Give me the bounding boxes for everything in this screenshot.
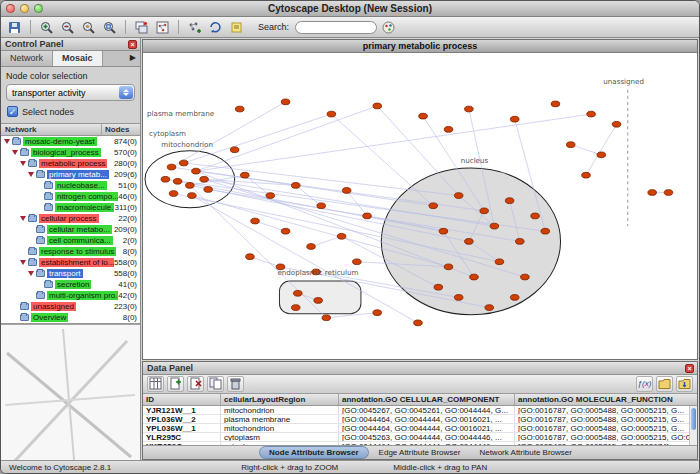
apply-layout-icon[interactable]: [206, 18, 225, 36]
network-node[interactable]: [204, 187, 213, 193]
network-node[interactable]: [342, 188, 351, 194]
network-node[interactable]: [241, 172, 250, 178]
tree-header-network[interactable]: Network: [1, 124, 102, 135]
tree-header-nodes[interactable]: Nodes: [102, 124, 140, 135]
tree-row[interactable]: secretion41(0): [1, 279, 140, 290]
zoom-fit-icon[interactable]: [100, 18, 119, 36]
network-node[interactable]: [521, 274, 530, 280]
network-node[interactable]: [363, 213, 372, 219]
import-table-icon[interactable]: [656, 376, 673, 392]
network-node[interactable]: [167, 164, 176, 170]
zoom-out-icon[interactable]: [58, 18, 77, 36]
table-row[interactable]: YPL036W__1mitochondrion[GO:0044464, GO:0…: [143, 424, 697, 433]
network-node[interactable]: [510, 295, 519, 301]
select-columns-icon[interactable]: [147, 376, 164, 392]
network-node[interactable]: [322, 315, 331, 321]
table-row[interactable]: YJR121W__1mitochondrion[GO:0045267, GO:0…: [143, 406, 697, 415]
network-node[interactable]: [192, 168, 201, 174]
tree-row[interactable]: mosaic-demo-yeast874(0): [1, 136, 140, 147]
network-node[interactable]: [664, 190, 673, 196]
network-node[interactable]: [582, 172, 591, 178]
copy-attributes-icon[interactable]: [207, 376, 224, 392]
network-node[interactable]: [246, 254, 255, 260]
network-node[interactable]: [373, 310, 382, 316]
network-node[interactable]: [373, 103, 382, 109]
network-node[interactable]: [179, 160, 188, 166]
tab-mosaic[interactable]: Mosaic: [53, 51, 103, 66]
table-row[interactable]: YLR295Ccytoplasm[GO:0045263, GO:0044444,…: [143, 433, 697, 442]
expander-icon[interactable]: [12, 150, 18, 155]
tree-row[interactable]: macromolecule...311(0): [1, 202, 140, 213]
expander-icon[interactable]: [20, 161, 26, 166]
zoom-selected-icon[interactable]: [79, 18, 98, 36]
network-node[interactable]: [510, 116, 519, 122]
expander-icon[interactable]: [4, 139, 10, 144]
tree-row[interactable]: cellular process22(0): [1, 213, 140, 224]
network-node[interactable]: [317, 203, 326, 209]
network-node[interactable]: [434, 284, 443, 290]
panel-float-icon[interactable]: ×: [128, 40, 137, 49]
network-node[interactable]: [230, 147, 239, 153]
network-node[interactable]: [531, 213, 540, 219]
tree-row[interactable]: cell communica...2(0): [1, 235, 140, 246]
network-node[interactable]: [454, 193, 463, 199]
tab-edge-attribute-browser[interactable]: Edge Attribute Browser: [370, 447, 470, 458]
panel-float-icon[interactable]: ×: [685, 364, 694, 373]
tree-row[interactable]: biological_process570(0): [1, 147, 140, 158]
network-node[interactable]: [307, 244, 316, 250]
network-node[interactable]: [505, 198, 514, 204]
network-node[interactable]: [186, 183, 195, 189]
network-node[interactable]: [480, 208, 489, 214]
table-row[interactable]: YPL036W__2plasma membrane[GO:0044464, GO…: [143, 415, 697, 424]
delete-attribute-icon[interactable]: [187, 376, 204, 392]
network-node[interactable]: [337, 233, 346, 239]
network-canvas[interactable]: plasma membranecytoplasmmitochondrionnuc…: [143, 53, 697, 359]
network-node[interactable]: [454, 295, 463, 301]
network-node[interactable]: [314, 298, 323, 304]
network-node[interactable]: [444, 127, 453, 133]
select-nodes-checkbox[interactable]: ✓: [7, 106, 18, 117]
network-node[interactable]: [551, 101, 560, 107]
network-node[interactable]: [485, 305, 494, 311]
tree-row[interactable]: cellular metabo...209(0): [1, 224, 140, 235]
overlap-windows-icon[interactable]: [132, 18, 151, 36]
network-node[interactable]: [291, 305, 300, 311]
network-node[interactable]: [541, 228, 550, 234]
network-overview-thumbnail[interactable]: [1, 324, 140, 460]
column-header[interactable]: cellularLayoutRegion: [221, 394, 339, 405]
tree-row[interactable]: metabolic process280(0): [1, 158, 140, 169]
network-node[interactable]: [161, 176, 170, 182]
expander-icon[interactable]: [28, 271, 34, 276]
network-node[interactable]: [465, 106, 474, 112]
network-node[interactable]: [470, 274, 479, 280]
network-node[interactable]: [414, 320, 423, 326]
network-node[interactable]: [251, 218, 260, 224]
tree-row[interactable]: establishment of lo...558(0): [1, 257, 140, 268]
new-network-icon[interactable]: [185, 18, 204, 36]
expander-icon[interactable]: [20, 260, 26, 265]
network-node[interactable]: [465, 239, 474, 245]
export-table-icon[interactable]: [676, 376, 693, 392]
tree-row[interactable]: multi-organism pro...42(0): [1, 290, 140, 301]
tree-row[interactable]: transport558(0): [1, 268, 140, 279]
network-node[interactable]: [495, 259, 504, 265]
create-attribute-icon[interactable]: [167, 376, 184, 392]
column-header[interactable]: annotation.GO MOLECULAR_FUNCTION: [515, 394, 697, 405]
vizmapper-icon[interactable]: [379, 18, 398, 36]
function-builder-icon[interactable]: ƒ(x): [636, 376, 653, 392]
tree-row[interactable]: primary metab...209(6): [1, 169, 140, 180]
network-node[interactable]: [353, 259, 362, 265]
search-input[interactable]: [295, 21, 377, 34]
network-node[interactable]: [419, 113, 428, 119]
network-node[interactable]: [612, 121, 621, 127]
network-node[interactable]: [188, 193, 197, 199]
network-node[interactable]: [291, 183, 300, 189]
expander-icon[interactable]: [20, 216, 26, 221]
network-node[interactable]: [490, 223, 499, 229]
tab-scroll-right-icon[interactable]: ▶: [126, 51, 140, 66]
network-node[interactable]: [281, 228, 290, 234]
network-node[interactable]: [429, 203, 438, 209]
expander-icon[interactable]: [28, 172, 34, 177]
tab-network-attribute-browser[interactable]: Network Attribute Browser: [470, 447, 580, 458]
tab-network[interactable]: Network: [1, 51, 53, 66]
